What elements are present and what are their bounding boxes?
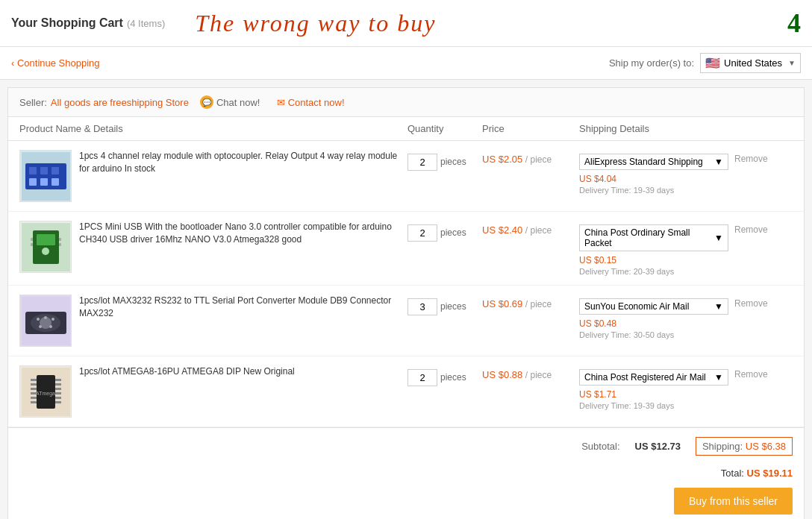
product-image-3: ATmega bbox=[19, 365, 72, 418]
shipping-delivery-3: Delivery Time: 19-39 days bbox=[579, 401, 793, 410]
col-price: Price bbox=[482, 123, 579, 134]
remove-button-0[interactable]: Remove bbox=[734, 154, 768, 164]
svg-rect-12 bbox=[31, 238, 33, 241]
shipping-cell-0: AliExpress Standard Shipping ▼ Remove US… bbox=[579, 150, 793, 195]
svg-point-23 bbox=[39, 325, 42, 328]
remove-button-2[interactable]: Remove bbox=[734, 298, 768, 309]
svg-text:ATmega: ATmega bbox=[36, 391, 55, 397]
seller-name: All goods are freeshipping Store bbox=[51, 97, 189, 108]
dropdown-arrow-icon: ▼ bbox=[788, 59, 796, 67]
chat-label: Chat now! bbox=[216, 97, 260, 108]
shipping-select-0[interactable]: AliExpress Standard Shipping ▼ bbox=[579, 154, 728, 170]
shipping-cost-1: US $0.15 bbox=[579, 255, 793, 265]
table-row: 1pcs 4 channel relay module with optocou… bbox=[8, 141, 804, 212]
price-per-1: / piece bbox=[525, 225, 552, 236]
svg-rect-35 bbox=[55, 388, 61, 390]
shipping-cost-2: US $0.48 bbox=[579, 318, 793, 329]
remove-button-1[interactable]: Remove bbox=[734, 224, 768, 235]
svg-rect-10 bbox=[37, 234, 55, 245]
qty-input-2[interactable] bbox=[407, 298, 437, 315]
table-row: 1pcs/lot MAX3232 RS232 to TTL Serial Por… bbox=[8, 286, 804, 356]
svg-rect-14 bbox=[59, 238, 61, 241]
shipping-method-1: China Post Ordinary Small Packet bbox=[584, 227, 714, 248]
chat-button[interactable]: 💬 Chat now! bbox=[200, 95, 260, 109]
shipping-delivery-2: Delivery Time: 30-50 days bbox=[579, 330, 793, 339]
table-header: Product Name & Details Quantity Price Sh… bbox=[8, 117, 804, 141]
price-value-0: US $2.05 bbox=[482, 154, 522, 165]
shipping-cost-3: US $1.71 bbox=[579, 389, 793, 400]
svg-point-24 bbox=[49, 325, 52, 328]
svg-point-21 bbox=[44, 316, 47, 319]
price-value-2: US $0.69 bbox=[482, 298, 522, 309]
svg-rect-33 bbox=[55, 379, 61, 381]
product-name-0: 1pcs 4 channel relay module with optocou… bbox=[79, 150, 407, 175]
country-selector[interactable]: 🇺🇸 United States ▼ bbox=[700, 53, 801, 73]
svg-rect-2 bbox=[29, 167, 37, 174]
price-per-2: / piece bbox=[525, 299, 552, 309]
price-per-0: / piece bbox=[525, 154, 552, 165]
contact-label: Contact now! bbox=[288, 97, 345, 108]
shipping-select-2[interactable]: SunYou Economic Air Mail ▼ bbox=[579, 298, 728, 315]
product-image-2 bbox=[19, 295, 72, 347]
svg-rect-15 bbox=[59, 243, 61, 246]
svg-rect-34 bbox=[55, 383, 61, 386]
svg-rect-7 bbox=[51, 178, 59, 186]
product-name-3: 1pcs/lot ATMEGA8-16PU ATMEGA8 DIP New Or… bbox=[79, 365, 295, 378]
subtotal-bar: Subtotal: US $12.73 Shipping: US $6.38 bbox=[8, 427, 804, 465]
qty-input-0[interactable] bbox=[407, 154, 437, 171]
shipping-total-value: US $6.38 bbox=[746, 441, 786, 452]
shipping-method-2: SunYou Economic Air Mail bbox=[584, 301, 689, 312]
svg-rect-38 bbox=[55, 401, 61, 403]
qty-cell-0: pieces bbox=[407, 150, 482, 171]
shipping-cost-0: US $4.04 bbox=[579, 174, 793, 184]
qty-unit-0: pieces bbox=[440, 154, 466, 167]
contact-button[interactable]: ✉ Contact now! bbox=[277, 97, 345, 108]
buy-from-seller-button[interactable]: Buy from this seller bbox=[674, 488, 793, 515]
product-rows: 1pcs 4 channel relay module with optocou… bbox=[8, 141, 804, 427]
product-name-1: 1PCS Mini USB With the bootloader Nano 3… bbox=[79, 221, 407, 246]
qty-input-1[interactable] bbox=[407, 224, 437, 242]
qty-cell-2: pieces bbox=[407, 295, 482, 315]
remove-button-3[interactable]: Remove bbox=[734, 369, 768, 380]
shipping-dropdown-arrow-1: ▼ bbox=[714, 233, 723, 243]
subtotal-value: US $12.73 bbox=[635, 441, 681, 452]
watermark-text: The wrong way to buy bbox=[195, 10, 436, 37]
svg-point-22 bbox=[51, 318, 54, 321]
shipping-select-1[interactable]: China Post Ordinary Small Packet ▼ bbox=[579, 224, 728, 251]
shipping-method-3: China Post Registered Air Mail bbox=[584, 372, 706, 383]
shipping-delivery-0: Delivery Time: 19-39 days bbox=[579, 186, 793, 195]
seller-label: Seller: bbox=[19, 97, 47, 108]
product-cell-3: ATmega 1pcs/lot ATMEGA8-16PU ATMEGA8 DIP… bbox=[19, 365, 407, 418]
qty-cell-1: pieces bbox=[407, 221, 482, 242]
shipping-row-inner-2: SunYou Economic Air Mail ▼ Remove bbox=[579, 298, 793, 315]
qty-unit-1: pieces bbox=[440, 224, 466, 238]
price-cell-1: US $2.40 / piece bbox=[482, 221, 579, 236]
total-value: US $19.11 bbox=[747, 468, 793, 479]
continue-shopping-link[interactable]: Continue Shopping bbox=[11, 57, 100, 69]
svg-rect-13 bbox=[31, 243, 33, 246]
table-row: 1PCS Mini USB With the bootloader Nano 3… bbox=[8, 212, 804, 286]
qty-input-3[interactable] bbox=[407, 369, 437, 386]
product-cell-0: 1pcs 4 channel relay module with optocou… bbox=[19, 150, 407, 202]
price-value-1: US $2.40 bbox=[482, 224, 522, 236]
shipping-cell-3: China Post Registered Air Mail ▼ Remove … bbox=[579, 365, 793, 410]
shipping-row-inner-1: China Post Ordinary Small Packet ▼ Remov… bbox=[579, 224, 793, 251]
svg-rect-29 bbox=[31, 388, 37, 390]
svg-point-11 bbox=[42, 248, 49, 255]
svg-rect-36 bbox=[55, 392, 61, 394]
total-bar: Total: US $19.11 bbox=[8, 465, 804, 488]
country-name: United States bbox=[724, 57, 782, 69]
flag-icon: 🇺🇸 bbox=[705, 56, 720, 70]
shipping-row-inner-3: China Post Registered Air Mail ▼ Remove bbox=[579, 369, 793, 386]
buy-button-area: Buy from this seller bbox=[8, 488, 804, 519]
shipping-select-3[interactable]: China Post Registered Air Mail ▼ bbox=[579, 369, 728, 386]
col-product: Product Name & Details bbox=[19, 123, 407, 134]
cart-count: (4 Items) bbox=[127, 18, 165, 29]
price-value-3: US $0.88 bbox=[482, 369, 522, 380]
product-cell-2: 1pcs/lot MAX3232 RS232 to TTL Serial Por… bbox=[19, 295, 407, 347]
price-cell-0: US $2.05 / piece bbox=[482, 150, 579, 165]
shipping-cell-1: China Post Ordinary Small Packet ▼ Remov… bbox=[579, 221, 793, 276]
svg-point-20 bbox=[37, 318, 40, 321]
total-label: Total: bbox=[721, 468, 744, 479]
page-header: Your Shopping Cart (4 Items) The wrong w… bbox=[0, 0, 812, 47]
